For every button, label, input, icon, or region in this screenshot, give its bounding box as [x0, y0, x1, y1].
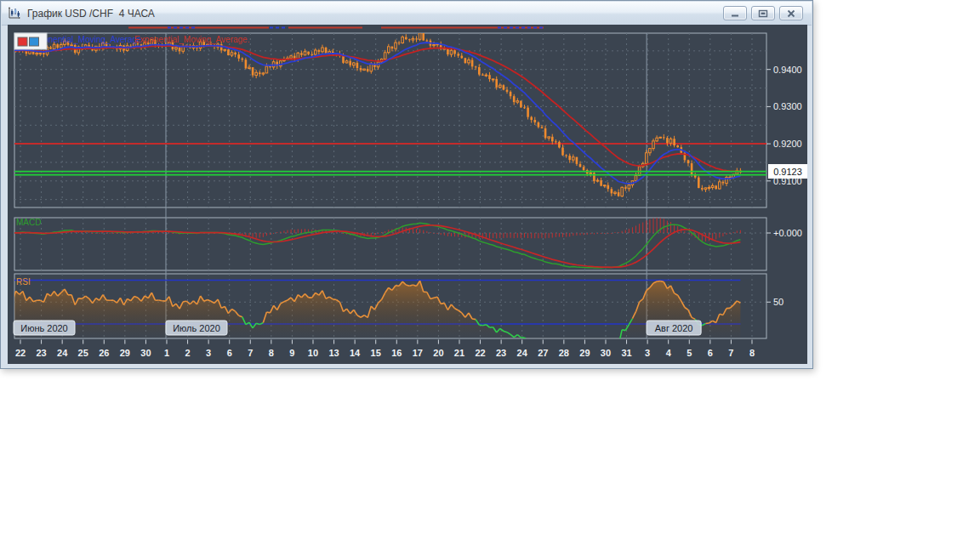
time-tick-label: 7: [248, 348, 253, 358]
time-tick-label: 29: [120, 348, 130, 358]
window-titlebar[interactable]: График USD /CHF 4 ЧАСА: [2, 2, 812, 26]
macd-label: MACD: [16, 218, 41, 227]
window-controls: [723, 6, 803, 20]
time-tick-label: 8: [269, 348, 274, 358]
month-chip: Июль 2020: [166, 321, 227, 335]
svg-text:Июнь 2020: Июнь 2020: [20, 323, 68, 333]
close-button[interactable]: [779, 6, 803, 20]
time-tick-label: 23: [36, 348, 46, 358]
time-tick-label: 7: [728, 348, 733, 358]
time-tick-label: 5: [687, 348, 692, 358]
time-tick-label: 30: [140, 348, 151, 358]
month-chip: Июнь 2020: [14, 321, 75, 335]
time-tick-label: 24: [517, 348, 528, 358]
rsi-label: RSI: [16, 277, 31, 287]
price-tick-label: 0.9400: [773, 65, 802, 75]
window-title: График USD /CHF 4 ЧАСА: [27, 8, 155, 20]
time-tick-label: 14: [350, 348, 361, 358]
legend-label-ema-slow: Exponential_Moving_Average.: [134, 35, 249, 44]
close-icon: [786, 9, 796, 18]
time-tick-label: 30: [601, 348, 611, 358]
chart-area: Exponential_Moving_AverageExponential_Mo…: [8, 25, 807, 364]
time-tick-label: 15: [371, 348, 381, 358]
time-tick-label: 24: [57, 348, 68, 358]
time-tick-label: 6: [227, 348, 232, 358]
legend-swatch-red: [18, 37, 27, 46]
desktop: График USD /CHF 4 ЧАСА: [0, 0, 980, 551]
time-tick-label: 3: [206, 348, 211, 358]
ema-fast-line: [13, 43, 741, 184]
current-price-badge: 0.9123: [768, 164, 807, 179]
time-tick-label: 10: [308, 348, 318, 358]
macd-line: [13, 223, 741, 268]
time-tick-label: 4: [666, 348, 672, 358]
time-tick-label: 17: [413, 348, 423, 358]
time-tick-label: 1: [164, 348, 169, 358]
time-tick-label: 21: [454, 348, 464, 358]
macd-indicator: [13, 218, 741, 268]
chart-canvas[interactable]: Exponential_Moving_AverageExponential_Mo…: [8, 25, 807, 364]
time-tick-label: 28: [559, 348, 569, 358]
time-tick-label: 2: [185, 348, 191, 358]
time-tick-label: 20: [433, 348, 443, 358]
time-tick-label: 29: [579, 348, 590, 358]
time-tick-label: 31: [621, 348, 631, 358]
chart-window: График USD /CHF 4 ЧАСА: [0, 0, 813, 369]
time-tick-label: 26: [99, 348, 109, 358]
time-tick-label: 16: [391, 348, 402, 358]
time-tick-label: 3: [645, 348, 650, 358]
current-price-lines: [14, 172, 766, 175]
minimize-icon: [730, 9, 740, 18]
chart-window-icon: [7, 7, 22, 20]
time-tick-label: 9: [289, 348, 294, 358]
restore-icon: [758, 9, 768, 18]
svg-text:Июль 2020: Июль 2020: [173, 323, 220, 333]
rsi-axis-label: 50: [773, 297, 783, 307]
svg-text:Авг 2020: Авг 2020: [655, 323, 693, 333]
price-tick-label: 0.9300: [773, 101, 802, 111]
month-chip: Авг 2020: [647, 321, 701, 335]
moving-averages: [13, 43, 741, 184]
legend-swatch-blue: [30, 37, 39, 46]
price-axis: 0.94000.93000.92000.9100+0.000500.9123: [766, 65, 807, 308]
price-tick-label: 0.9200: [773, 139, 802, 149]
minimize-button[interactable]: [723, 6, 747, 20]
time-tick-label: 8: [749, 348, 755, 358]
time-tick-label: 13: [328, 348, 339, 358]
time-tick-label: 27: [538, 348, 548, 358]
restore-button[interactable]: [751, 6, 775, 20]
macd-signal-line: [13, 225, 741, 267]
time-tick-label: 6: [708, 348, 713, 358]
time-tick-label: 22: [15, 348, 26, 358]
time-tick-label: 22: [475, 348, 485, 358]
time-axis: 2223242526293012367891013141516172021222…: [15, 340, 755, 359]
time-tick-label: 25: [78, 348, 88, 358]
svg-text:0.9123: 0.9123: [773, 167, 802, 177]
macd-axis-label: +0.000: [773, 228, 802, 238]
time-tick-label: 23: [496, 348, 506, 358]
